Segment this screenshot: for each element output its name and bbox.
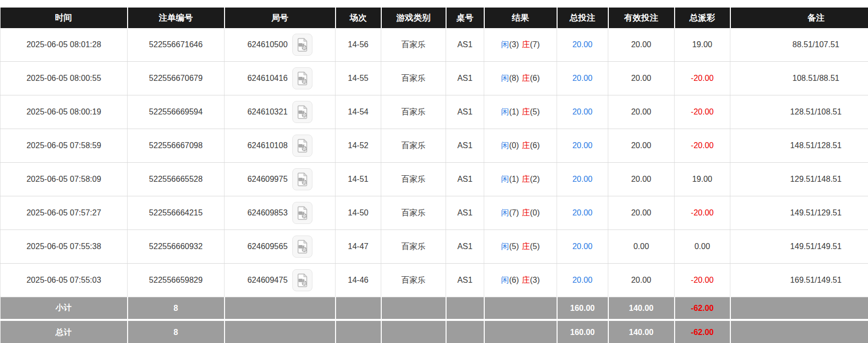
video-replay-button[interactable] bbox=[292, 202, 312, 224]
cell-round: 624609853 bbox=[225, 196, 336, 230]
total-total-bet: 160.00 bbox=[557, 320, 608, 343]
col-header-game-type: 游戏类别 bbox=[381, 8, 446, 28]
table-row: 2025-06-05 07:57:27 522556664215 6246098… bbox=[1, 196, 868, 230]
banker-score: (5) bbox=[530, 107, 540, 116]
cell-total-bet: 20.00 bbox=[557, 196, 608, 230]
bet-records-table: 时间 注单编号 局号 场次 游戏类别 桌号 结果 总投注 有效投注 总派彩 备注… bbox=[0, 8, 868, 343]
cell-total-bet: 20.00 bbox=[557, 129, 608, 163]
cell-total-bet: 20.00 bbox=[557, 95, 608, 129]
cell-table-no: AS1 bbox=[446, 95, 484, 129]
cell-remark: 169.51/149.51 bbox=[730, 264, 868, 297]
total-total-payout: -62.00 bbox=[675, 320, 730, 343]
banker-score: (2) bbox=[530, 175, 540, 183]
player-score: (1) bbox=[509, 175, 519, 183]
cell-session: 14-52 bbox=[336, 129, 381, 163]
cell-time: 2025-06-05 07:57:27 bbox=[1, 196, 128, 230]
cell-round: 624609975 bbox=[225, 163, 336, 196]
cell-game-type: 百家乐 bbox=[381, 264, 446, 297]
player-label: 闲 bbox=[501, 40, 509, 49]
round-number: 624609853 bbox=[247, 208, 287, 217]
subtotal-empty-result bbox=[484, 297, 557, 320]
subtotal-empty-session bbox=[336, 297, 381, 320]
cell-time: 2025-06-05 08:01:28 bbox=[1, 28, 128, 62]
video-file-icon bbox=[296, 273, 309, 287]
cell-table-no: AS1 bbox=[446, 62, 484, 95]
cell-result: 闲(8)庄(6) bbox=[484, 62, 557, 95]
banker-score: (3) bbox=[530, 276, 540, 284]
cell-bet-id: 522556669594 bbox=[128, 95, 225, 129]
round-number: 624610500 bbox=[247, 40, 287, 49]
cell-result: 闲(7)庄(0) bbox=[484, 196, 557, 230]
cell-time: 2025-06-05 07:58:09 bbox=[1, 163, 128, 196]
player-label: 闲 bbox=[501, 74, 509, 82]
cell-time: 2025-06-05 08:00:55 bbox=[1, 62, 128, 95]
cell-game-type: 百家乐 bbox=[381, 196, 446, 230]
round-number: 624610321 bbox=[247, 107, 287, 117]
total-row: 总计 8 160.00 140.00 -62.00 bbox=[1, 320, 868, 343]
cell-session: 14-55 bbox=[336, 62, 381, 95]
cell-result: 闲(0)庄(6) bbox=[484, 129, 557, 163]
cell-bet-id: 522556664215 bbox=[128, 196, 225, 230]
video-file-icon bbox=[296, 206, 309, 220]
banker-label: 庄 bbox=[522, 141, 530, 150]
cell-result: 闲(1)庄(5) bbox=[484, 95, 557, 129]
cell-bet-id: 522556659829 bbox=[128, 264, 225, 297]
round-number: 624610108 bbox=[247, 141, 287, 150]
player-label: 闲 bbox=[501, 242, 509, 251]
video-replay-button[interactable] bbox=[292, 101, 312, 123]
player-score: (0) bbox=[509, 141, 519, 150]
cell-remark: 128.51/108.51 bbox=[730, 95, 868, 129]
video-replay-button[interactable] bbox=[292, 34, 312, 56]
video-replay-button[interactable] bbox=[292, 236, 312, 258]
total-count: 8 bbox=[128, 320, 225, 343]
cell-valid-bet: 0.00 bbox=[608, 230, 675, 264]
table-row: 2025-06-05 07:58:09 522556665528 6246099… bbox=[1, 163, 868, 196]
total-valid-bet: 140.00 bbox=[608, 320, 675, 343]
player-score: (1) bbox=[509, 107, 519, 116]
subtotal-empty-remark bbox=[730, 297, 868, 320]
cell-total-bet: 20.00 bbox=[557, 264, 608, 297]
total-empty-session bbox=[336, 320, 381, 343]
banker-label: 庄 bbox=[522, 208, 530, 217]
cell-bet-id: 522556667098 bbox=[128, 129, 225, 163]
subtotal-empty-round bbox=[225, 297, 336, 320]
subtotal-total-bet: 160.00 bbox=[557, 297, 608, 320]
cell-table-no: AS1 bbox=[446, 264, 484, 297]
cell-result: 闲(1)庄(2) bbox=[484, 163, 557, 196]
cell-total-bet: 20.00 bbox=[557, 230, 608, 264]
player-score: (3) bbox=[509, 40, 519, 49]
cell-remark: 149.51/149.51 bbox=[730, 230, 868, 264]
cell-game-type: 百家乐 bbox=[381, 163, 446, 196]
cell-remark: 149.51/129.51 bbox=[730, 196, 868, 230]
cell-session: 14-46 bbox=[336, 264, 381, 297]
video-replay-button[interactable] bbox=[292, 135, 312, 157]
subtotal-count: 8 bbox=[128, 297, 225, 320]
header-row: 时间 注单编号 局号 场次 游戏类别 桌号 结果 总投注 有效投注 总派彩 备注 bbox=[1, 8, 868, 28]
round-number: 624610416 bbox=[247, 74, 287, 83]
table-row: 2025-06-05 07:55:38 522556660932 6246095… bbox=[1, 230, 868, 264]
cell-total-payout: -20.00 bbox=[675, 62, 730, 95]
col-header-table-no: 桌号 bbox=[446, 8, 484, 28]
video-file-icon bbox=[296, 139, 309, 153]
cell-bet-id: 522556660932 bbox=[128, 230, 225, 264]
cell-valid-bet: 20.00 bbox=[608, 129, 675, 163]
cell-round: 624610321 bbox=[225, 95, 336, 129]
col-header-time: 时间 bbox=[1, 8, 128, 28]
table-footer: 小计 8 160.00 140.00 -62.00 总计 8 bbox=[1, 297, 868, 343]
cell-total-payout: -20.00 bbox=[675, 196, 730, 230]
cell-session: 14-50 bbox=[336, 196, 381, 230]
cell-session: 14-47 bbox=[336, 230, 381, 264]
video-replay-button[interactable] bbox=[292, 269, 312, 291]
cell-remark: 148.51/128.51 bbox=[730, 129, 868, 163]
video-replay-button[interactable] bbox=[292, 67, 312, 89]
cell-table-no: AS1 bbox=[446, 230, 484, 264]
cell-valid-bet: 20.00 bbox=[608, 264, 675, 297]
total-label: 总计 bbox=[1, 320, 128, 343]
cell-remark: 108.51/88.51 bbox=[730, 62, 868, 95]
cell-total-payout: -20.00 bbox=[675, 95, 730, 129]
video-replay-button[interactable] bbox=[292, 168, 312, 190]
cell-valid-bet: 20.00 bbox=[608, 163, 675, 196]
cell-table-no: AS1 bbox=[446, 28, 484, 62]
cell-table-no: AS1 bbox=[446, 129, 484, 163]
cell-total-payout: 0.00 bbox=[675, 230, 730, 264]
